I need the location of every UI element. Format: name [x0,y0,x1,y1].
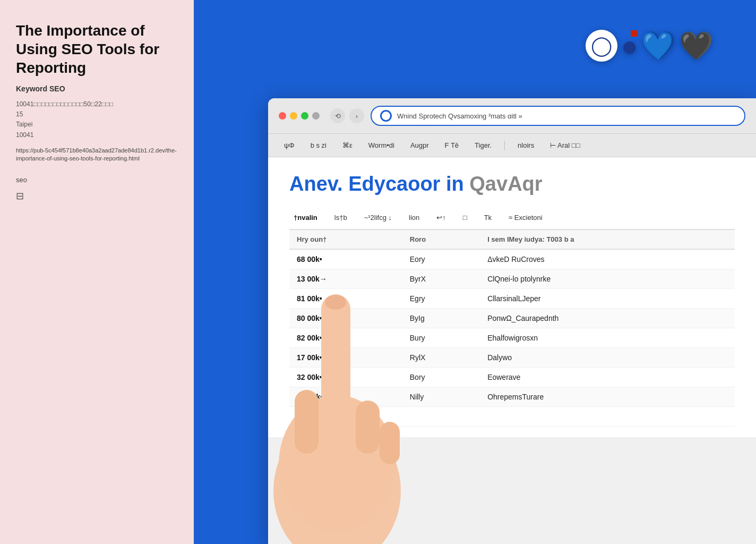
table-cell-6-0: 32 00k• [289,367,402,387]
sidebar-icon: ⊟ [16,190,178,202]
toolbar-item-augpr[interactable]: Augpr [407,139,432,151]
toolbar-item-1[interactable]: b s zi [307,139,330,151]
table-row: 82 00k•BuryEhalfowigrosxn [289,328,735,347]
table-cell-6-2: Eowerave [480,367,735,387]
title-part2: Edycaoor [348,173,440,195]
browser-content: Anev. Edycaoor in QavAqr †nvalin ls†b ~¹… [268,157,756,437]
table-toolbar-lstb[interactable]: ls†b [330,211,351,224]
table-cell-4-1: Bury [402,328,480,347]
traffic-lights [279,112,320,120]
table-row: 68 00k•EoryΔvkeD RuCroves [289,249,735,269]
toolbar-item-f-te[interactable]: F Tē [442,139,462,151]
dark-drop-icon: 🖤 [679,30,714,62]
table-cell-5-0: 17 00k• [289,347,402,367]
table-body: 68 00k•EoryΔvkeD RuCroves13 00k→ByrXClQn… [289,249,735,427]
table-toolbar-invalin[interactable]: †nvalin [289,211,322,224]
table-cell-3-2: PonwΩ_Caurapednth [480,308,735,328]
toolbar-item-tiger[interactable]: Tiger. [471,139,495,151]
table-cell-0-0: 68 00k• [289,249,402,269]
meta-line3: Taipei [16,121,32,128]
table-row: 81 00k•EgryCllarsinalLJeper [289,288,735,308]
toolbar-item-aral[interactable]: ⊢ Aral □□ [547,139,583,151]
table-row: 32 00k•BoryEowerave [289,367,735,387]
table-row: 8F 00k• [289,406,735,426]
table-toolbar-tk[interactable]: Tk [480,211,496,224]
browser-window: ⟲ › Wnind Sprotech Qvsamoxing ²mats αitl… [268,98,756,544]
table-cell-0-2: ΔvkeD RuCroves [480,249,735,269]
extra-button[interactable] [312,112,320,120]
sidebar: The Importance of Using SEO Tools for Re… [0,0,194,544]
table-cell-6-1: Bory [402,367,480,387]
title-part4: QavAqr [469,173,542,195]
table-header-row: Hry oun† Roro I sem IMey iudya: T003 b a [289,230,735,249]
table-cell-0-1: Eory [402,249,480,269]
table-toolbar-box[interactable]: □ [459,211,471,224]
table-cell-5-2: Dalywo [480,347,735,367]
browser-toolbar: ψΦ b s zi ⌘ε Worm•di Augpr F Tē Tiger. n… [268,134,756,157]
table-cell-7-1: Nilly [402,387,480,406]
table-cell-7-2: OhrepemsTurare [480,387,735,406]
table-cell-8-2 [480,406,735,426]
table-toolbar-12lifcg[interactable]: ~¹2lifcg ↓ [360,211,396,224]
table-toolbar-lion[interactable]: lion [405,211,424,224]
toolbar-separator [504,141,505,150]
red-dot-icon [631,30,637,37]
col-header-2: Roro [402,230,480,249]
toolbar-item-2[interactable]: ⌘ε [339,139,356,151]
sidebar-meta: 10041□□□□□□□□□□□□□50□22□□□ 15 Taipei 100… [16,99,178,140]
table-cell-8-0: 8F 00k• [289,406,402,426]
table-row: 17 00k•RylXDalywo [289,347,735,367]
table-cell-3-0: 80 00k• [289,308,402,328]
meta-line4: 10041 [16,131,33,139]
close-button[interactable] [279,112,286,120]
col-header-1: Hry oun† [289,230,402,249]
table-toolbar-arrow[interactable]: ↩↑ [432,211,450,224]
table-row: 80 00k•ByIgPonwΩ_Caurapednth [289,308,735,328]
browser-chrome: ⟲ › Wnind Sprotech Qvsamoxing ²mats αitl… [268,98,756,134]
data-table: Hry oun† Roro I sem IMey iudya: T003 b a… [289,230,735,427]
table-row: 13 00k→ByrXClQnei-lo ptolynrke [289,269,735,288]
minimize-button[interactable] [290,112,297,120]
table-cell-1-1: ByrX [402,269,480,288]
address-icon [380,110,392,122]
sidebar-tag: seo [16,176,178,184]
toolbar-item-worm[interactable]: Worm•di [365,139,398,151]
toolbar-item-0[interactable]: ψΦ [281,139,298,151]
meta-line2: 15 [16,110,23,118]
table-cell-1-2: ClQnei-lo ptolynrke [480,269,735,288]
icon-group: ● [621,29,638,62]
table-cell-2-0: 81 00k• [289,288,402,308]
page-title: The Importance of Using SEO Tools for Re… [16,21,178,77]
table-cell-4-2: Ehalfowigrosxn [480,328,735,347]
content-page-title: Anev. Edycaoor in QavAqr [289,173,735,196]
table-cell-5-1: RylX [402,347,480,367]
address-bar[interactable]: Wnind Sprotech Qvsamoxing ²mats αitl » [371,106,745,126]
toolbar-item-nloirs[interactable]: nloirs [514,139,537,151]
table-toolbar-excietoni[interactable]: ≈ Excietoni [504,211,547,224]
top-icons-area: ◯ ● 💙 🖤 [586,29,714,62]
table-cell-2-2: CllarsinalLJeper [480,288,735,308]
maximize-button[interactable] [301,112,308,120]
table-row: S0 00k•NillyOhrepemsTurare [289,387,735,406]
table-cell-4-0: 82 00k• [289,328,402,347]
left-circle-icon: ◯ [586,30,617,62]
table-toolbar: †nvalin ls†b ~¹2lifcg ↓ lion ↩↑ □ Tk ≈ E… [289,206,735,230]
browser-nav: ⟲ › [330,108,364,123]
table-cell-7-0: S0 00k• [289,387,402,406]
title-part1: Anev. [289,173,343,195]
table-cell-8-1 [402,406,480,426]
table-cell-1-0: 13 00k→ [289,269,402,288]
back-button[interactable]: ⟲ [330,108,345,123]
table-cell-2-1: Egry [402,288,480,308]
meta-line1: 10041□□□□□□□□□□□□□50□22□□□ [16,100,113,108]
address-text: Wnind Sprotech Qvsamoxing ²mats αitl » [397,112,736,120]
title-part3: in [446,173,464,195]
keyword-label: Keyword SEO [16,84,178,93]
col-header-3: I sem IMey iudya: T003 b a [480,230,735,249]
heart-icon: 💙 [641,30,676,62]
sidebar-url: https://pub-5c454f571b8e40a3a2aad27ade84… [16,147,178,163]
forward-button[interactable]: › [349,108,364,123]
table-cell-3-1: ByIg [402,308,480,328]
main-area: ◯ ● 💙 🖤 ⟲ › Wnind Sprotech Qvsamoxing ²m… [194,0,756,544]
